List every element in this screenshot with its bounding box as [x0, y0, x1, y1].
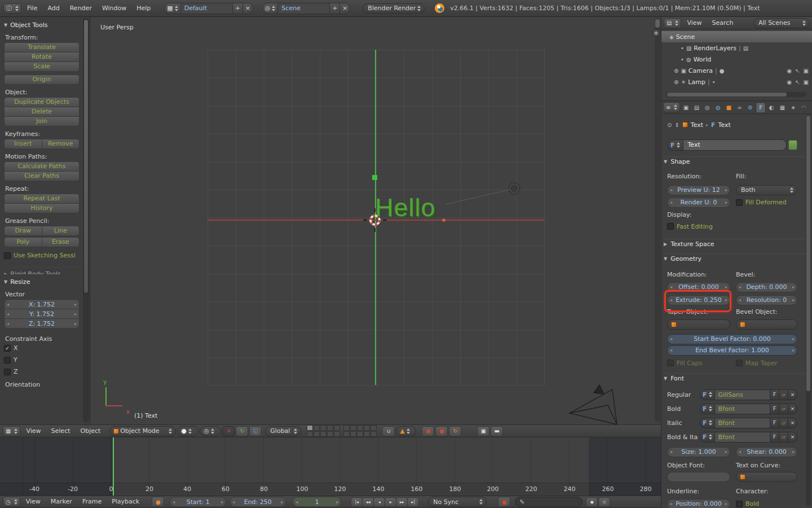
- toolshelf-scrollbar[interactable]: [83, 18, 89, 422]
- layers-group-2[interactable]: [343, 425, 377, 437]
- menu-help[interactable]: Help: [132, 3, 155, 14]
- regular-font-unlink-button[interactable]: ×: [788, 389, 797, 400]
- screen-close-button[interactable]: ×: [243, 3, 253, 14]
- delete-keyframe-header-button[interactable]: ◇: [598, 497, 610, 507]
- outliner-display-dropdown[interactable]: All Scenes: [753, 18, 810, 28]
- manipulator-rotate-button[interactable]: ↻: [236, 426, 248, 436]
- origin-button[interactable]: Origin: [4, 75, 80, 85]
- current-frame-field[interactable]: 1: [293, 497, 341, 507]
- tab-particles[interactable]: ∗: [788, 102, 798, 112]
- viewport-3d[interactable]: User Persp Hello y x (1) Text +: [90, 17, 661, 424]
- italic-font-unlink-button[interactable]: ×: [788, 418, 797, 428]
- scale-button[interactable]: Scale: [4, 62, 80, 72]
- timeline-editor[interactable]: -40 -20 0 20 40 60 80 100 120 140 160 18…: [0, 437, 661, 496]
- menu-view3d-select[interactable]: Select: [47, 426, 75, 437]
- bevel-object-dropdown[interactable]: [736, 319, 797, 330]
- data-browse-button[interactable]: F: [667, 139, 683, 151]
- menu-timeline-marker[interactable]: Marker: [46, 496, 77, 507]
- menu-outliner-search[interactable]: Search: [708, 17, 738, 29]
- fill-mode-dropdown[interactable]: Both: [736, 185, 797, 195]
- outliner-row-world[interactable]: • ◍ World: [661, 54, 812, 65]
- record-view-button[interactable]: ●: [435, 426, 448, 436]
- editor-type-button-3dview[interactable]: ▦: [3, 426, 20, 436]
- offset-field[interactable]: Offset: 0.000: [667, 282, 730, 292]
- constraint-x-checkbox[interactable]: [4, 345, 11, 352]
- bold-font-open-button[interactable]: ▱: [779, 404, 788, 414]
- scene-add-button[interactable]: +: [330, 3, 340, 14]
- bold-italic-font-browse-button[interactable]: F: [700, 432, 715, 443]
- outliner-row-camera[interactable]: ⊕ ▣ Camera | ● ◉ ↖ ▣: [661, 65, 812, 76]
- join-button[interactable]: Join: [4, 116, 80, 126]
- jump-to-end-button[interactable]: ▸|: [407, 497, 419, 507]
- regular-font-open-button[interactable]: ▱: [779, 389, 788, 400]
- editor-type-button-timeline[interactable]: ◷: [3, 497, 20, 507]
- resize-y-field[interactable]: Y: 1.752: [4, 309, 80, 319]
- tab-material[interactable]: ◐: [766, 102, 776, 112]
- manipulator-scale-button[interactable]: ◱: [249, 426, 262, 436]
- tab-physics[interactable]: ◠: [798, 102, 809, 112]
- fake-user-button[interactable]: [788, 140, 797, 150]
- bold-font-browse-button[interactable]: F: [700, 404, 715, 414]
- outliner-row-scene[interactable]: ◈ Scene: [661, 31, 812, 42]
- tab-render-layers[interactable]: ▤: [691, 102, 701, 112]
- bold-checkbox[interactable]: [736, 501, 743, 507]
- underline-position-field[interactable]: Position: 0.000: [667, 499, 730, 508]
- keying-set-field[interactable]: ✎: [515, 497, 582, 507]
- pin-icon[interactable]: ⊙: [667, 122, 672, 128]
- italic-font-name-field[interactable]: Bfont: [715, 418, 770, 428]
- use-sketching-checkbox[interactable]: [4, 252, 11, 259]
- menu-timeline-frame[interactable]: Frame: [78, 496, 106, 507]
- outliner-row-lamp[interactable]: ⊕ ☀ Lamp | • ◉ ↖ ▣: [661, 76, 812, 87]
- italic-font-fake-user-button[interactable]: F: [770, 418, 779, 428]
- translate-button[interactable]: Translate: [4, 42, 80, 52]
- menu-view3d-object[interactable]: Object: [76, 426, 105, 437]
- delete-button[interactable]: Delete: [4, 107, 80, 117]
- shape-panel-header[interactable]: Shape: [664, 156, 805, 167]
- scene-close-button[interactable]: ×: [340, 3, 350, 14]
- text-on-curve-dropdown[interactable]: [736, 472, 797, 482]
- jump-to-start-button[interactable]: |◂: [351, 497, 363, 507]
- editor-type-button-properties[interactable]: ≡: [663, 102, 680, 112]
- bold-italic-font-fake-user-button[interactable]: F: [770, 432, 779, 443]
- menu-window[interactable]: Window: [98, 3, 131, 14]
- tab-scene[interactable]: ◎: [702, 102, 712, 112]
- menu-outliner-view[interactable]: View: [682, 17, 706, 29]
- editor-type-button-info[interactable]: ⓘ: [3, 3, 21, 14]
- auto-keyframe-button[interactable]: ●: [152, 497, 164, 507]
- menu-view3d-view[interactable]: View: [21, 426, 45, 437]
- snap-magnet-button[interactable]: ∪: [382, 426, 395, 436]
- orientation-dropdown[interactable]: Global: [265, 426, 301, 436]
- renderability-icon[interactable]: ▣: [804, 68, 809, 74]
- selectability-icon[interactable]: ↖: [795, 79, 800, 85]
- timeline-ruler[interactable]: [0, 483, 661, 496]
- snap-element-dropdown[interactable]: ▲: [396, 426, 416, 436]
- grease-draw-button[interactable]: Draw: [4, 226, 42, 236]
- history-button[interactable]: History: [4, 203, 80, 213]
- resize-x-field[interactable]: X: 1.752: [4, 299, 80, 309]
- manipulator-translate-button[interactable]: +: [222, 426, 235, 436]
- tab-object-data[interactable]: F: [756, 102, 766, 112]
- menu-file[interactable]: File: [23, 3, 42, 14]
- menu-add[interactable]: Add: [43, 3, 64, 14]
- insert-keyframe-header-button[interactable]: ◆: [586, 497, 598, 507]
- object-tools-panel-header[interactable]: Object Tools: [4, 20, 80, 30]
- play-reverse-button[interactable]: ◂: [373, 497, 385, 507]
- bold-italic-font-unlink-button[interactable]: ×: [788, 432, 797, 443]
- fill-caps-checkbox[interactable]: [667, 360, 674, 366]
- grease-line-button[interactable]: Line: [42, 226, 80, 236]
- expand-icon[interactable]: ⊕: [674, 79, 678, 85]
- screen-browse-button[interactable]: ▦: [164, 3, 180, 14]
- play-button[interactable]: ▸: [385, 497, 396, 507]
- insert-keyframe-button[interactable]: Insert: [4, 139, 42, 149]
- pivot-dropdown[interactable]: ◎: [200, 426, 221, 436]
- visibility-eye-icon[interactable]: ◉: [787, 68, 792, 74]
- bevel-depth-field[interactable]: Depth: 0.000: [736, 282, 797, 292]
- shading-dropdown[interactable]: ●: [177, 426, 198, 436]
- grease-erase-button[interactable]: Erase: [42, 237, 80, 247]
- menu-timeline-playback[interactable]: Playback: [107, 496, 144, 507]
- bold-font-name-field[interactable]: Bfont: [715, 404, 770, 414]
- bold-font-fake-user-button[interactable]: F: [770, 404, 779, 414]
- start-bevel-factor-field[interactable]: Start Bevel Factor: 0.000: [667, 334, 797, 344]
- end-frame-field[interactable]: End: 250: [230, 497, 286, 507]
- font-panel-header[interactable]: Font: [664, 373, 805, 383]
